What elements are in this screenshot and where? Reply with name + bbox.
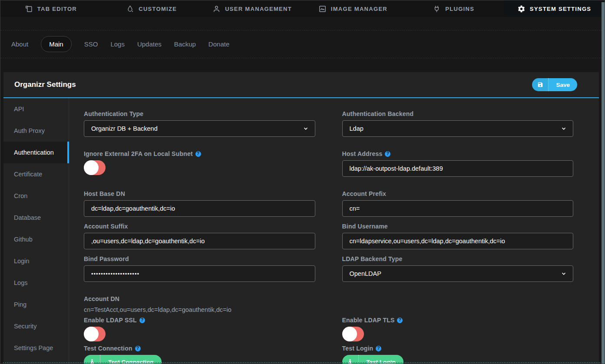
subnav-sso[interactable]: SSO (84, 36, 98, 52)
save-button[interactable]: Save (532, 78, 577, 91)
host-base-dn-input[interactable] (84, 200, 315, 217)
field-label: Bind Username (342, 223, 574, 230)
floppy-disk-icon (532, 78, 549, 91)
question-circle-icon[interactable]: ? (376, 346, 381, 351)
field-authentication-backend: Authentication Backend Ldap (342, 110, 574, 137)
chevron-down-icon (561, 126, 567, 132)
spacer (342, 295, 574, 313)
field-test-connection: Test Connection ? Test Connection (84, 345, 315, 364)
nav-plugins[interactable]: PLUGINS (403, 0, 504, 17)
nav-label: CUSTOMIZE (139, 6, 177, 12)
sidebar-item-certificate[interactable]: Certificate (3, 163, 69, 185)
field-enable-ldap-ssl: Enable LDAP SSL ? (84, 317, 315, 341)
image-icon (318, 5, 327, 13)
field-label: Enable LDAP SSL (84, 317, 137, 324)
select-value: Ldap (350, 125, 364, 132)
field-bind-password: Bind Password (84, 255, 315, 282)
sidebar-item-database[interactable]: Database (3, 207, 69, 228)
sidebar-item-api[interactable]: API (3, 98, 69, 120)
sidebar-item-security[interactable]: Security (3, 315, 69, 337)
field-label: Account Suffix (84, 223, 315, 230)
page-title: Organizr Settings (14, 80, 76, 89)
nav-image-manager[interactable]: IMAGE MANAGER (302, 0, 403, 17)
settings-subnav: About Main SSO Logs Updates Backup Donat… (0, 30, 605, 58)
customize-icon (126, 5, 134, 13)
subnav-main[interactable]: Main (41, 36, 72, 52)
question-circle-icon[interactable]: ? (397, 318, 403, 323)
field-label: Test Connection (84, 345, 132, 352)
enable-ldap-ssl-toggle[interactable] (84, 327, 106, 341)
field-label: Account Prefix (342, 190, 574, 197)
field-label: Host Address (342, 150, 383, 157)
nav-label: TAB EDITOR (37, 6, 77, 12)
subnav-logs[interactable]: Logs (110, 36, 125, 52)
subnav-about[interactable]: About (11, 36, 28, 52)
plug-icon (433, 5, 441, 13)
field-label: Ignore External 2FA on Local Subnet (84, 150, 193, 157)
gear-icon (517, 5, 526, 13)
field-label: Test Login (342, 345, 374, 352)
field-label: Authentication Backend (342, 110, 574, 117)
select-value: Organizr DB + Backend (91, 125, 158, 132)
field-enable-ldap-tls: Enable LDAP TLS ? (342, 317, 574, 341)
authentication-form: Authentication Type Organizr DB + Backen… (69, 98, 599, 364)
account-suffix-input[interactable] (84, 233, 315, 249)
sidebar-item-cron[interactable]: Cron (3, 185, 69, 207)
field-bind-username: Bind Username (342, 223, 574, 249)
nav-label: IMAGE MANAGER (331, 6, 387, 12)
field-account-dn: Account DN cn=TestAcct,ou=users,dc=ldap,… (84, 295, 315, 313)
account-dn-value: cn=TestAcct,ou=users,dc=ldap,dc=goauthen… (84, 305, 315, 313)
nav-tab-editor[interactable]: TAB EDITOR (0, 0, 101, 17)
nav-label: USER MANAGEMENT (225, 6, 292, 12)
chevron-down-icon (561, 271, 567, 277)
sidebar-item-auth-proxy[interactable]: Auth Proxy (3, 120, 69, 142)
panel-bottom-border (3, 362, 600, 363)
chevron-down-icon (303, 126, 309, 132)
question-circle-icon[interactable]: ? (195, 151, 201, 157)
field-host-address: Host Address ? (342, 150, 574, 177)
top-navigation: TAB EDITOR CUSTOMIZE USER MANAGEMENT IMA… (0, 0, 605, 17)
subnav-updates[interactable]: Updates (137, 36, 162, 52)
field-label: Bind Password (84, 255, 315, 262)
field-label: LDAP Backend Type (342, 255, 574, 262)
question-circle-icon[interactable]: ? (139, 318, 145, 323)
ldap-backend-type-select[interactable]: OpenLDAP (342, 265, 574, 282)
select-value: OpenLDAP (350, 270, 381, 277)
subnav-donate[interactable]: Donate (208, 36, 229, 52)
sidebar-item-settings-page[interactable]: Settings Page (3, 337, 69, 359)
field-label: Account DN (84, 295, 315, 302)
user-icon (212, 5, 221, 13)
field-ldap-backend-type: LDAP Backend Type OpenLDAP (342, 255, 574, 282)
host-address-input[interactable] (342, 160, 574, 177)
nav-label: PLUGINS (445, 6, 474, 12)
nav-label: SYSTEM SETTINGS (530, 6, 592, 12)
question-circle-icon[interactable]: ? (385, 151, 390, 157)
subnav-backup[interactable]: Backup (174, 36, 196, 52)
sidebar-item-authentication[interactable]: Authentication (3, 142, 69, 163)
bind-username-input[interactable] (342, 233, 574, 249)
field-test-login: Test Login ? Test Login (342, 345, 574, 364)
sidebar-item-login[interactable]: Login (3, 250, 69, 272)
enable-ldap-tls-toggle[interactable] (342, 327, 364, 341)
sidebar-item-logs[interactable]: Logs (3, 272, 69, 294)
toggle-knob (84, 327, 99, 341)
sidebar-item-github[interactable]: Github (3, 228, 69, 250)
window-scrollbar-track[interactable] (602, 2, 605, 364)
authentication-backend-select[interactable]: Ldap (342, 120, 574, 137)
panel-header: Organizr Settings Save (3, 72, 599, 98)
field-label: Enable LDAP TLS (342, 317, 395, 324)
nav-customize[interactable]: CUSTOMIZE (101, 0, 202, 17)
question-circle-icon[interactable]: ? (135, 346, 141, 351)
toggle-knob (342, 327, 357, 341)
toggle-knob (84, 160, 99, 175)
nav-system-settings[interactable]: SYSTEM SETTINGS (504, 0, 605, 17)
account-prefix-input[interactable] (342, 200, 574, 217)
field-account-suffix: Account Suffix (84, 223, 315, 249)
nav-user-management[interactable]: USER MANAGEMENT (202, 0, 303, 17)
authentication-type-select[interactable]: Organizr DB + Backend (84, 120, 315, 137)
ignore-2fa-toggle[interactable] (84, 160, 106, 175)
save-button-label: Save (549, 78, 577, 91)
field-host-base-dn: Host Base DN (84, 190, 315, 217)
sidebar-item-ping[interactable]: Ping (3, 294, 69, 315)
bind-password-input[interactable] (84, 265, 315, 282)
